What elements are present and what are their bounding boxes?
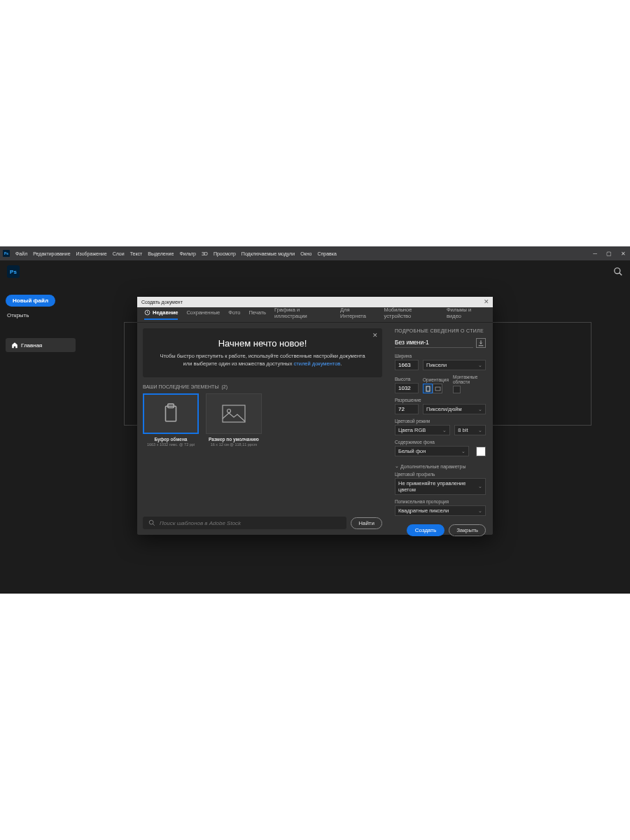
dialog-close-button[interactable]: ✕ bbox=[483, 298, 490, 305]
template-search-input[interactable] bbox=[160, 520, 341, 526]
preset-sub: 1663 x 1032 пикс. @ 72 ppi bbox=[143, 442, 199, 447]
select-value: 8 bit bbox=[458, 427, 468, 433]
preset-sub: 16 x 12 см @ 118,11 ppcm bbox=[206, 442, 262, 447]
ps-icon: Ps bbox=[3, 250, 10, 257]
clock-icon bbox=[144, 309, 150, 316]
background-label: Содержимое фона bbox=[395, 440, 486, 444]
dialog-body: ✕ Начнем нечто новое! Чтобы быстро прист… bbox=[137, 323, 493, 535]
bit-depth-select[interactable]: 8 bit⌄ bbox=[454, 425, 486, 435]
resolution-input[interactable] bbox=[395, 404, 419, 414]
menu-window[interactable]: Окно bbox=[298, 251, 314, 256]
pixel-ratio-label: Попиксельная пропорция bbox=[395, 499, 486, 504]
color-mode-select[interactable]: Цвета RGB⌄ bbox=[395, 425, 450, 435]
advanced-label: Дополнительные параметры bbox=[400, 464, 465, 469]
details-panel: ПОДРОБНЫЕ СВЕДЕНИЯ О СТИЛЕ Ширина Пиксел… bbox=[388, 323, 493, 535]
svg-rect-10 bbox=[435, 387, 440, 391]
orientation-landscape[interactable] bbox=[433, 384, 442, 393]
menu-select[interactable]: Выделение bbox=[145, 251, 176, 256]
menu-text[interactable]: Текст bbox=[127, 251, 146, 256]
save-preset-button[interactable] bbox=[476, 338, 486, 348]
width-input[interactable] bbox=[395, 360, 419, 370]
color-profile-label: Цветовой профиль bbox=[395, 472, 486, 477]
recent-section-label: ВАШИ ПОСЛЕДНИЕ ЭЛЕМЕНТЫ (2) bbox=[143, 384, 382, 389]
sidebar-home[interactable]: Главная bbox=[6, 338, 76, 352]
new-file-button[interactable]: Новый файл bbox=[6, 295, 55, 307]
details-title: ПОДРОБНЫЕ СВЕДЕНИЯ О СТИЛЕ bbox=[395, 328, 486, 333]
orientation-group bbox=[423, 384, 449, 393]
color-profile-select[interactable]: Не применяйте управление цветом⌄ bbox=[395, 478, 486, 495]
tab-saved[interactable]: Сохраненные bbox=[186, 309, 220, 320]
orientation-label: Ориентация bbox=[423, 377, 449, 382]
resolution-units-select[interactable]: Пиксели/дюйм⌄ bbox=[423, 404, 486, 414]
close-window-button[interactable]: ✕ bbox=[616, 246, 630, 260]
tab-photo[interactable]: Фото bbox=[228, 309, 240, 320]
search-icon bbox=[148, 519, 155, 526]
menu-filter[interactable]: Фильтр bbox=[176, 251, 199, 256]
menu-view[interactable]: Просмотр bbox=[211, 251, 239, 256]
minimize-button[interactable]: ─ bbox=[588, 246, 602, 260]
select-value: Квадратные пиксели bbox=[398, 507, 449, 514]
chevron-down-icon: ⌄ bbox=[461, 449, 465, 454]
menu-help[interactable]: Справка bbox=[314, 251, 339, 256]
menu-edit[interactable]: Редактирование bbox=[30, 251, 73, 256]
doc-styles-link[interactable]: стилей документов bbox=[294, 360, 341, 367]
search-icon[interactable] bbox=[613, 267, 623, 276]
banner-text: Чтобы быстро приступить к работе, исполь… bbox=[157, 353, 368, 368]
orientation-portrait[interactable] bbox=[423, 384, 433, 393]
sidebar-home-label: Главная bbox=[21, 342, 42, 349]
category-tabs: Недавние Сохраненные Фото Печать Графика… bbox=[137, 307, 493, 323]
tab-print[interactable]: Печать bbox=[248, 309, 266, 320]
close-button[interactable]: Закрыть bbox=[449, 524, 486, 536]
width-units-select[interactable]: Пиксели⌄ bbox=[423, 360, 486, 370]
chevron-down-icon: ⌄ bbox=[478, 508, 482, 514]
preset-thumb bbox=[206, 393, 262, 434]
svg-rect-9 bbox=[426, 386, 430, 391]
ps-logo-icon: Ps bbox=[7, 265, 20, 278]
document-name-input[interactable] bbox=[395, 337, 473, 348]
open-button[interactable]: Открыть bbox=[6, 309, 76, 321]
preset-thumb bbox=[143, 393, 199, 434]
svg-point-0 bbox=[615, 268, 620, 274]
tab-web[interactable]: Для Интернета bbox=[340, 307, 376, 323]
menu-image[interactable]: Изображение bbox=[74, 251, 110, 256]
clipboard-icon bbox=[162, 403, 180, 424]
preset-clipboard[interactable]: Буфер обмена 1663 x 1032 пикс. @ 72 ppi bbox=[143, 393, 199, 447]
preset-title: Размер по умолчанию bbox=[206, 437, 262, 442]
chevron-down-icon: ⌄ bbox=[395, 463, 399, 469]
height-input[interactable] bbox=[395, 383, 419, 393]
tab-art[interactable]: Графика и иллюстрации bbox=[274, 307, 332, 323]
dialog-title: Создать документ bbox=[141, 300, 183, 304]
home-icon bbox=[11, 342, 18, 349]
menu-layers[interactable]: Слои bbox=[110, 251, 127, 256]
preset-default[interactable]: Размер по умолчанию 16 x 12 см @ 118,11 … bbox=[206, 393, 262, 447]
maximize-button[interactable]: ▢ bbox=[602, 246, 616, 260]
template-search-box[interactable] bbox=[143, 517, 346, 529]
tab-recent[interactable]: Недавние bbox=[144, 309, 178, 320]
template-search-row: Найти bbox=[141, 514, 384, 531]
app-window: Ps Файл Редактирование Изображение Слои … bbox=[0, 246, 630, 594]
banner-close-button[interactable]: ✕ bbox=[372, 332, 378, 339]
recent-label-text: ВАШИ ПОСЛЕДНИЕ ЭЛЕМЕНТЫ bbox=[143, 384, 219, 389]
background-swatch[interactable] bbox=[476, 447, 486, 456]
download-icon bbox=[477, 340, 484, 346]
artboards-checkbox[interactable] bbox=[453, 386, 461, 393]
chevron-down-icon: ⌄ bbox=[442, 428, 447, 433]
tab-mobile[interactable]: Мобильное устройство bbox=[384, 307, 439, 323]
menu-3d[interactable]: 3D bbox=[199, 251, 211, 256]
find-button[interactable]: Найти bbox=[351, 517, 382, 529]
recent-count: (2) bbox=[221, 384, 227, 389]
image-icon bbox=[222, 405, 246, 423]
background-select[interactable]: Белый фон⌄ bbox=[395, 446, 469, 456]
create-button[interactable]: Создать bbox=[407, 524, 444, 536]
svg-rect-5 bbox=[223, 405, 245, 422]
dialog-header: Создать документ ✕ bbox=[137, 297, 493, 307]
sidebar: Новый файл Открыть Главная bbox=[6, 293, 76, 352]
banner-text-b: . bbox=[340, 360, 342, 367]
menu-file[interactable]: Файл bbox=[13, 251, 30, 256]
advanced-toggle[interactable]: ⌄ Дополнительные параметры bbox=[395, 463, 486, 469]
chevron-down-icon: ⌄ bbox=[478, 428, 482, 433]
select-value: Не применяйте управление цветом bbox=[398, 480, 478, 493]
tab-video[interactable]: Фильмы и видео bbox=[447, 307, 486, 323]
menu-plugins[interactable]: Подключаемые модули bbox=[239, 251, 298, 256]
pixel-ratio-select[interactable]: Квадратные пиксели⌄ bbox=[395, 505, 486, 516]
